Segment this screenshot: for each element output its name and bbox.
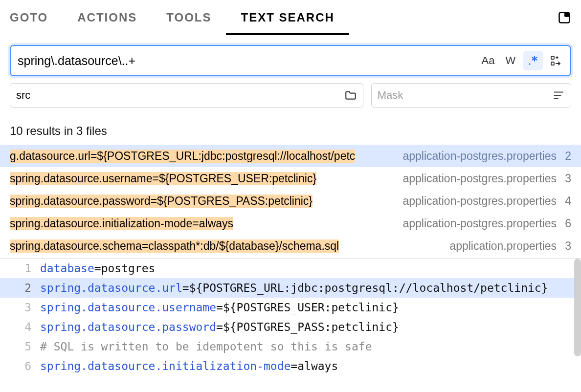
line-number: 3 [0,301,40,314]
svg-point-2 [529,63,530,65]
result-line-number: 4 [563,195,571,208]
line-number: 6 [0,360,40,372]
code-line[interactable]: 4spring.datasource.password=${POSTGRES_P… [0,317,581,337]
results-list: g.datasource.url=${POSTGRES_URL:jdbc:pos… [0,145,581,257]
result-match-text: spring.datasource.password=${POSTGRES_PA… [10,195,313,208]
line-number: 4 [0,321,40,333]
match-word-toggle[interactable]: W [501,51,520,70]
code-preview: 1database=postgres2spring.datasource.url… [0,258,581,376]
code-content: spring.datasource.url=${POSTGRES_URL:jdb… [40,282,548,294]
code-content: spring.datasource.password=${POSTGRES_PA… [40,321,399,333]
result-match-text: spring.datasource.username=${POSTGRES_US… [10,172,316,185]
tab-actions[interactable]: ACTIONS [63,0,152,35]
line-number: 1 [0,262,40,275]
tab-tools[interactable]: TOOLS [152,0,226,35]
result-file: application-postgres.properties [402,150,557,163]
result-location: application-postgres.properties6 [397,217,571,230]
search-options-toggle[interactable] [546,51,565,70]
result-location: application.properties3 [444,240,571,253]
result-row[interactable]: spring.datasource.schema=classpath*:db/$… [0,235,581,257]
preview-scrollbar[interactable] [574,259,581,356]
result-location: application-postgres.properties2 [397,150,571,163]
results-summary: 10 results in 3 files [0,108,581,145]
result-row[interactable]: g.datasource.url=${POSTGRES_URL:jdbc:pos… [0,145,581,167]
filter-icon[interactable] [552,89,565,102]
code-line[interactable]: 5# SQL is written to be idempotent so th… [0,337,581,356]
result-location: application-postgres.properties3 [397,172,571,185]
folder-icon[interactable] [344,89,357,102]
svg-rect-7 [551,62,554,65]
code-line[interactable]: 6spring.datasource.initialization-mode=a… [0,356,581,376]
result-row[interactable]: spring.datasource.password=${POSTGRES_PA… [0,190,581,212]
tab-text-search[interactable]: TEXT SEARCH [226,0,349,35]
result-line-number: 3 [563,172,571,185]
match-case-toggle[interactable]: Aa [478,51,498,70]
code-line[interactable]: 3spring.datasource.username=${POSTGRES_U… [0,298,581,317]
result-match-text: g.datasource.url=${POSTGRES_URL:jdbc:pos… [10,150,355,163]
mask-input[interactable] [378,89,552,102]
result-match-text: spring.datasource.schema=classpath*:db/$… [10,240,339,253]
scope-input[interactable] [16,89,344,102]
result-match-text: spring.datasource.initialization-mode=al… [10,217,233,230]
result-line-number: 2 [563,150,571,163]
search-input[interactable] [18,54,478,68]
result-row[interactable]: spring.datasource.initialization-mode=al… [0,212,581,235]
mask-field-container [371,83,571,108]
result-line-number: 6 [563,217,571,230]
code-content: database=postgres [40,262,155,275]
tab-goto[interactable]: GOTO [10,0,63,35]
svg-rect-1 [564,12,570,17]
regex-toggle[interactable] [523,51,543,70]
open-in-window-icon[interactable] [558,11,571,24]
result-file: application.properties [449,240,557,253]
code-content: spring.datasource.username=${POSTGRES_US… [40,301,399,314]
code-line[interactable]: 1database=postgres [0,259,581,278]
result-line-number: 3 [563,240,571,253]
scope-field-container [10,83,363,108]
result-file: application-postgres.properties [402,195,557,208]
search-field-container: Aa W [10,45,571,76]
code-content: spring.datasource.initialization-mode=al… [40,360,338,372]
result-location: application-postgres.properties4 [397,195,571,208]
code-content: # SQL is written to be idempotent so thi… [40,340,372,353]
result-file: application-postgres.properties [402,217,557,230]
line-number: 2 [0,282,40,294]
svg-rect-6 [551,56,554,59]
line-number: 5 [0,340,40,353]
code-line[interactable]: 2spring.datasource.url=${POSTGRES_URL:jd… [0,278,581,298]
result-row[interactable]: spring.datasource.username=${POSTGRES_US… [0,167,581,190]
top-tabbar: GOTO ACTIONS TOOLS TEXT SEARCH [0,0,581,35]
result-file: application-postgres.properties [402,172,557,185]
